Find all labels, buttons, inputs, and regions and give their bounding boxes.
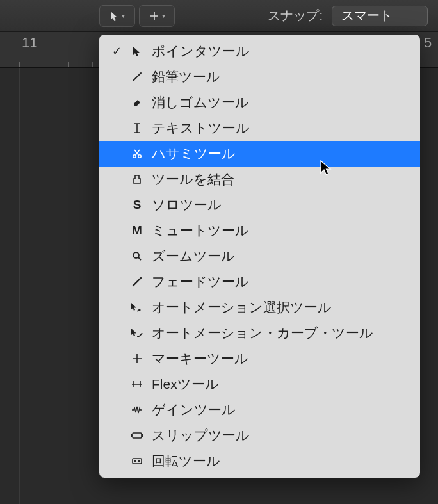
menu-item-label: フェードツール xyxy=(152,273,249,291)
menu-item-label: ミュートツール xyxy=(152,222,249,240)
chevron-down-icon: ▾ xyxy=(162,12,165,19)
menu-item-slip[interactable]: スリップツール xyxy=(99,423,420,448)
menu-item-eraser[interactable]: 消しゴムツール xyxy=(99,90,420,115)
menu-item-text[interactable]: テキストツール xyxy=(99,115,420,141)
menu-item-fade[interactable]: フェードツール xyxy=(99,269,420,295)
menu-item-label: 消しゴムツール xyxy=(152,93,249,111)
menu-item-label: マーキーツール xyxy=(152,350,248,368)
menu-item-label: スリップツール xyxy=(152,427,250,444)
menu-item-label: ツールを結合 xyxy=(152,170,234,188)
slip-icon xyxy=(130,431,144,440)
zoom-icon xyxy=(130,251,144,261)
tool-menu: ✓ポインタツール鉛筆ツール消しゴムツールテキストツールハサミツールツールを結合S… xyxy=(99,35,420,478)
toolbar: ▾ ▾ スナップ: スマート xyxy=(0,0,438,32)
menu-item-label: ゲインツール xyxy=(152,401,236,419)
menu-item-label: オートメーション・カーブ・ツール xyxy=(152,324,373,342)
menu-item-label: ズームツール xyxy=(152,247,235,265)
menu-item-label: テキストツール xyxy=(152,119,250,137)
svg-rect-5 xyxy=(133,459,142,464)
svg-point-7 xyxy=(138,460,140,462)
menu-item-mute[interactable]: Mミュートツール xyxy=(99,218,420,243)
pointer-icon xyxy=(130,46,144,56)
auto-select-icon xyxy=(130,302,144,313)
menu-item-pencil[interactable]: 鉛筆ツール xyxy=(99,64,420,90)
chevron-down-icon: ▾ xyxy=(122,12,125,19)
menu-item-gain[interactable]: ゲインツール xyxy=(99,397,420,423)
ruler-marker: 11 xyxy=(22,35,37,51)
marquee-icon xyxy=(149,11,159,21)
menu-item-glue[interactable]: ツールを結合 xyxy=(99,167,420,192)
menu-item-solo[interactable]: Sソロツール xyxy=(99,192,420,218)
menu-item-label: 鉛筆ツール xyxy=(152,68,220,86)
gain-icon xyxy=(130,405,144,414)
fade-icon xyxy=(130,277,144,287)
solo-icon: S xyxy=(130,198,144,212)
menu-item-pointer[interactable]: ✓ポインタツール xyxy=(99,38,420,64)
menu-item-label: 回転ツール xyxy=(152,452,220,470)
text-icon xyxy=(130,122,144,134)
pointer-icon xyxy=(110,11,119,21)
menu-item-scissors[interactable]: ハサミツール xyxy=(99,141,420,167)
mute-icon: M xyxy=(130,224,144,238)
menu-item-label: オートメーション選択ツール xyxy=(152,298,332,316)
snap-value: スマート xyxy=(341,7,393,24)
menu-item-flex[interactable]: Flexツール xyxy=(99,371,420,397)
menu-item-rotate[interactable]: 回転ツール xyxy=(99,448,420,474)
eraser-icon xyxy=(130,97,144,108)
left-tool-selector[interactable]: ▾ xyxy=(99,5,135,27)
menu-item-label: ポインタツール xyxy=(152,42,250,60)
svg-point-2 xyxy=(133,252,139,258)
snap-label: スナップ: xyxy=(268,7,323,24)
ruler-marker: 5 xyxy=(424,35,432,51)
glue-icon xyxy=(130,174,144,184)
right-tool-selector[interactable]: ▾ xyxy=(139,5,175,27)
menu-item-zoom[interactable]: ズームツール xyxy=(99,243,420,269)
svg-point-6 xyxy=(134,460,136,462)
svg-rect-4 xyxy=(133,433,142,438)
menu-item-marquee[interactable]: マーキーツール xyxy=(99,346,420,371)
menu-item-auto-select[interactable]: オートメーション選択ツール xyxy=(99,295,420,320)
menu-item-label: ソロツール xyxy=(152,196,222,214)
pencil-icon xyxy=(130,72,144,82)
menu-item-label: Flexツール xyxy=(152,375,219,393)
scissors-icon xyxy=(130,149,144,159)
marquee-icon xyxy=(130,354,144,364)
menu-item-label: ハサミツール xyxy=(152,145,236,163)
rotate-icon xyxy=(130,457,144,466)
auto-curve-icon xyxy=(130,328,144,338)
check-icon: ✓ xyxy=(111,44,122,58)
flex-icon xyxy=(130,379,144,389)
snap-select[interactable]: スマート xyxy=(332,6,428,26)
menu-item-auto-curve[interactable]: オートメーション・カーブ・ツール xyxy=(99,320,420,346)
